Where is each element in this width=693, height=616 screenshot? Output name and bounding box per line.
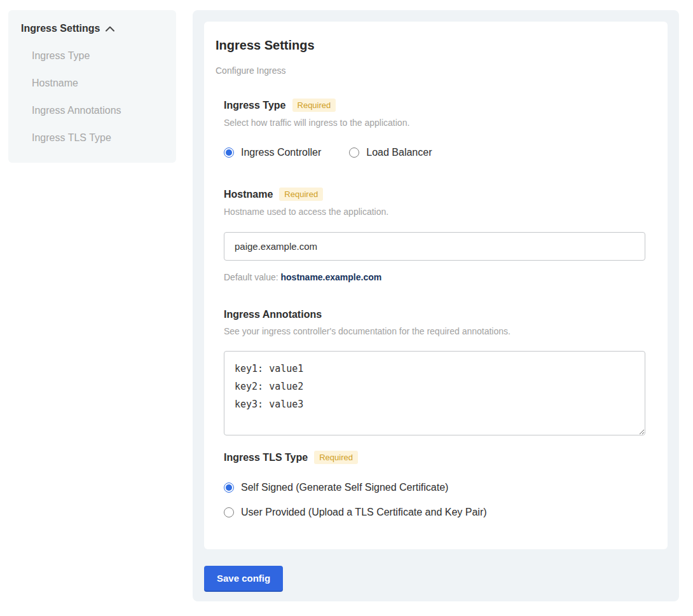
radio-selected-icon — [224, 483, 234, 493]
sidebar-item-ingress-tls-type[interactable]: Ingress TLS Type — [21, 132, 163, 144]
annotations-help: See your ingress controller's documentat… — [224, 326, 645, 336]
section-hostname: Hostname Required Hostname used to acces… — [224, 188, 645, 282]
radio-label: Ingress Controller — [241, 147, 321, 158]
required-badge: Required — [314, 451, 358, 464]
hostname-label: Hostname — [224, 189, 273, 200]
ingress-type-radio-group: Ingress Controller Load Balancer — [224, 147, 645, 158]
tls-type-label: Ingress TLS Type — [224, 452, 308, 463]
ingress-type-label: Ingress Type — [224, 100, 286, 111]
default-value: hostname.example.com — [281, 272, 382, 282]
tls-type-radio-group: Self Signed (Generate Self Signed Certif… — [224, 482, 645, 518]
radio-unselected-icon — [349, 147, 359, 158]
required-badge: Required — [292, 99, 336, 112]
section-ingress-annotations: Ingress Annotations See your ingress con… — [224, 309, 645, 435]
config-main-panel: Ingress Settings Configure Ingress Ingre… — [193, 10, 679, 601]
radio-unselected-icon — [224, 507, 234, 517]
hostname-input[interactable] — [224, 232, 645, 261]
sidebar-group-label: Ingress Settings — [21, 23, 100, 34]
radio-ingress-controller[interactable]: Ingress Controller — [224, 147, 321, 158]
save-config-button[interactable]: Save config — [204, 566, 283, 591]
hostname-help: Hostname used to access the application. — [224, 207, 645, 217]
radio-self-signed[interactable]: Self Signed (Generate Self Signed Certif… — [224, 482, 645, 493]
required-badge: Required — [279, 188, 323, 201]
annotations-textarea[interactable]: key1: value1 key2: value2 key3: value3 — [224, 351, 645, 435]
radio-load-balancer[interactable]: Load Balancer — [349, 147, 432, 158]
section-ingress-type: Ingress Type Required Select how traffic… — [224, 99, 645, 158]
radio-user-provided[interactable]: User Provided (Upload a TLS Certificate … — [224, 507, 645, 518]
sidebar-item-ingress-type[interactable]: Ingress Type — [21, 50, 163, 62]
radio-label: Load Balancer — [366, 147, 432, 158]
radio-label: Self Signed (Generate Self Signed Certif… — [241, 482, 448, 493]
radio-selected-icon — [224, 147, 234, 158]
page-subtitle: Configure Ingress — [216, 65, 645, 76]
radio-label: User Provided (Upload a TLS Certificate … — [241, 507, 487, 518]
sidebar-item-ingress-annotations[interactable]: Ingress Annotations — [21, 105, 163, 116]
config-nav-sidebar: Ingress Settings Ingress Type Hostname I… — [8, 10, 176, 163]
chevron-up-icon — [106, 23, 114, 34]
sidebar-group-ingress-settings[interactable]: Ingress Settings — [21, 23, 163, 34]
default-label: Default value: — [224, 272, 281, 282]
page-title: Ingress Settings — [216, 38, 645, 53]
sidebar-item-hostname[interactable]: Hostname — [21, 78, 163, 89]
ingress-settings-card: Ingress Settings Configure Ingress Ingre… — [204, 22, 668, 549]
annotations-label: Ingress Annotations — [224, 309, 322, 320]
ingress-type-help: Select how traffic will ingress to the a… — [224, 118, 645, 128]
hostname-default-line: Default value: hostname.example.com — [224, 272, 645, 282]
section-ingress-tls-type: Ingress TLS Type Required Self Signed (G… — [224, 451, 645, 518]
